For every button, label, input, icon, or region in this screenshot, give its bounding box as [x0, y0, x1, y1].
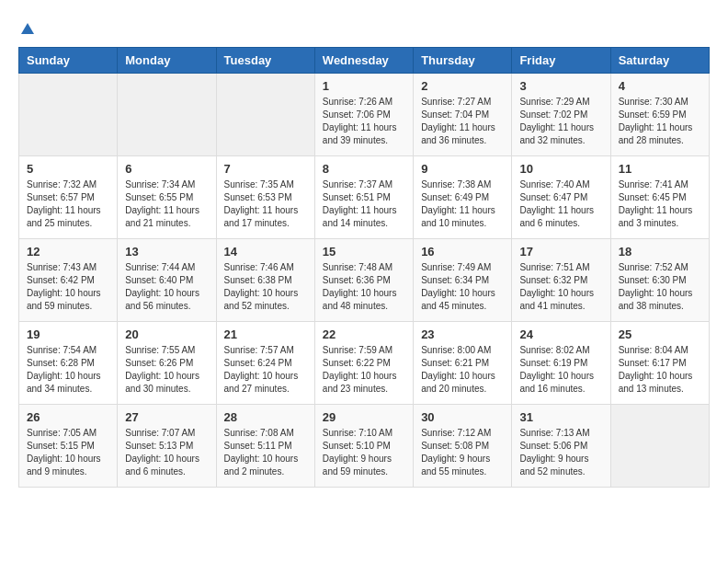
calendar-cell: 9Sunrise: 7:38 AMSunset: 6:49 PMDaylight…: [414, 156, 512, 239]
day-info: Sunrise: 7:05 AMSunset: 5:15 PMDaylight:…: [27, 427, 109, 478]
logo-text: [18, 18, 37, 38]
calendar-week-row: 1Sunrise: 7:26 AMSunset: 7:06 PMDaylight…: [19, 74, 710, 156]
calendar-cell: 2Sunrise: 7:27 AMSunset: 7:04 PMDaylight…: [414, 74, 512, 156]
calendar-cell: 10Sunrise: 7:40 AMSunset: 6:47 PMDayligh…: [512, 156, 610, 239]
calendar-header-saturday: Saturday: [610, 48, 709, 74]
day-number: 18: [619, 245, 701, 259]
calendar-cell: [19, 74, 118, 156]
calendar-table: SundayMondayTuesdayWednesdayThursdayFrid…: [18, 47, 710, 488]
day-number: 1: [323, 79, 405, 93]
calendar-cell: 23Sunrise: 8:00 AMSunset: 6:21 PMDayligh…: [414, 322, 512, 405]
calendar-cell: 26Sunrise: 7:05 AMSunset: 5:15 PMDayligh…: [19, 405, 118, 488]
day-number: 16: [421, 245, 504, 259]
day-number: 27: [125, 410, 208, 424]
calendar-cell: 13Sunrise: 7:44 AMSunset: 6:40 PMDayligh…: [118, 239, 216, 322]
day-number: 3: [519, 79, 602, 93]
day-number: 19: [27, 327, 109, 341]
calendar-header-wednesday: Wednesday: [314, 48, 413, 74]
day-number: 24: [519, 327, 602, 341]
calendar-cell: 15Sunrise: 7:48 AMSunset: 6:36 PMDayligh…: [314, 239, 413, 322]
calendar-cell: [610, 405, 709, 488]
day-info: Sunrise: 7:49 AMSunset: 6:34 PMDaylight:…: [421, 261, 504, 313]
calendar-week-row: 19Sunrise: 7:54 AMSunset: 6:28 PMDayligh…: [19, 322, 710, 405]
day-number: 25: [619, 327, 701, 341]
day-info: Sunrise: 7:26 AMSunset: 7:06 PMDaylight:…: [323, 96, 405, 147]
calendar-header-monday: Monday: [118, 48, 216, 74]
calendar-cell: 18Sunrise: 7:52 AMSunset: 6:30 PMDayligh…: [610, 239, 709, 322]
day-info: Sunrise: 7:34 AMSunset: 6:55 PMDaylight:…: [125, 178, 208, 230]
day-number: 31: [519, 410, 602, 424]
day-number: 26: [27, 410, 109, 424]
calendar-cell: 19Sunrise: 7:54 AMSunset: 6:28 PMDayligh…: [19, 322, 118, 405]
calendar-cell: 22Sunrise: 7:59 AMSunset: 6:22 PMDayligh…: [314, 322, 413, 405]
day-number: 15: [323, 245, 405, 259]
day-info: Sunrise: 7:30 AMSunset: 6:59 PMDaylight:…: [619, 96, 701, 147]
day-number: 30: [421, 410, 504, 424]
calendar-cell: 25Sunrise: 8:04 AMSunset: 6:17 PMDayligh…: [610, 322, 709, 405]
logo: [18, 18, 37, 38]
calendar-cell: 1Sunrise: 7:26 AMSunset: 7:06 PMDaylight…: [314, 74, 413, 156]
day-number: 5: [27, 162, 109, 176]
day-number: 4: [619, 79, 701, 93]
calendar-header-row: SundayMondayTuesdayWednesdayThursdayFrid…: [19, 48, 710, 74]
day-info: Sunrise: 8:02 AMSunset: 6:19 PMDaylight:…: [519, 344, 602, 396]
day-info: Sunrise: 7:27 AMSunset: 7:04 PMDaylight:…: [421, 96, 504, 147]
calendar-cell: 20Sunrise: 7:55 AMSunset: 6:26 PMDayligh…: [118, 322, 216, 405]
calendar-cell: 14Sunrise: 7:46 AMSunset: 6:38 PMDayligh…: [216, 239, 314, 322]
day-info: Sunrise: 7:38 AMSunset: 6:49 PMDaylight:…: [421, 178, 504, 230]
day-info: Sunrise: 7:43 AMSunset: 6:42 PMDaylight:…: [27, 261, 109, 313]
day-number: 20: [125, 327, 208, 341]
calendar-cell: 6Sunrise: 7:34 AMSunset: 6:55 PMDaylight…: [118, 156, 216, 239]
day-number: 6: [125, 162, 208, 176]
day-info: Sunrise: 7:52 AMSunset: 6:30 PMDaylight:…: [619, 261, 701, 313]
day-number: 8: [323, 162, 405, 176]
calendar-cell: 16Sunrise: 7:49 AMSunset: 6:34 PMDayligh…: [414, 239, 512, 322]
calendar-cell: 30Sunrise: 7:12 AMSunset: 5:08 PMDayligh…: [414, 405, 512, 488]
calendar-cell: 24Sunrise: 8:02 AMSunset: 6:19 PMDayligh…: [512, 322, 610, 405]
day-number: 17: [519, 245, 602, 259]
day-number: 2: [421, 79, 504, 93]
day-info: Sunrise: 7:41 AMSunset: 6:45 PMDaylight:…: [619, 178, 701, 230]
logo-icon: [19, 21, 36, 38]
svg-marker-0: [21, 23, 34, 34]
day-number: 22: [323, 327, 405, 341]
day-number: 29: [323, 410, 405, 424]
day-info: Sunrise: 7:07 AMSunset: 5:13 PMDaylight:…: [125, 427, 208, 478]
calendar-cell: [216, 74, 314, 156]
day-info: Sunrise: 7:44 AMSunset: 6:40 PMDaylight:…: [125, 261, 208, 313]
calendar-header-tuesday: Tuesday: [216, 48, 314, 74]
calendar-cell: 29Sunrise: 7:10 AMSunset: 5:10 PMDayligh…: [314, 405, 413, 488]
day-info: Sunrise: 7:55 AMSunset: 6:26 PMDaylight:…: [125, 344, 208, 396]
day-info: Sunrise: 7:29 AMSunset: 7:02 PMDaylight:…: [519, 96, 602, 147]
day-info: Sunrise: 8:00 AMSunset: 6:21 PMDaylight:…: [421, 344, 504, 396]
day-info: Sunrise: 7:57 AMSunset: 6:24 PMDaylight:…: [224, 344, 307, 396]
calendar-cell: 21Sunrise: 7:57 AMSunset: 6:24 PMDayligh…: [216, 322, 314, 405]
day-number: 12: [27, 245, 109, 259]
day-info: Sunrise: 7:32 AMSunset: 6:57 PMDaylight:…: [27, 178, 109, 230]
calendar-cell: 17Sunrise: 7:51 AMSunset: 6:32 PMDayligh…: [512, 239, 610, 322]
day-number: 13: [125, 245, 208, 259]
calendar-week-row: 5Sunrise: 7:32 AMSunset: 6:57 PMDaylight…: [19, 156, 710, 239]
calendar-cell: 8Sunrise: 7:37 AMSunset: 6:51 PMDaylight…: [314, 156, 413, 239]
day-number: 21: [224, 327, 307, 341]
day-info: Sunrise: 7:40 AMSunset: 6:47 PMDaylight:…: [519, 178, 602, 230]
day-number: 11: [619, 162, 701, 176]
day-info: Sunrise: 7:10 AMSunset: 5:10 PMDaylight:…: [323, 427, 405, 478]
day-number: 14: [224, 245, 307, 259]
calendar-header-thursday: Thursday: [414, 48, 512, 74]
calendar-cell: 27Sunrise: 7:07 AMSunset: 5:13 PMDayligh…: [118, 405, 216, 488]
day-info: Sunrise: 7:51 AMSunset: 6:32 PMDaylight:…: [519, 261, 602, 313]
day-info: Sunrise: 7:59 AMSunset: 6:22 PMDaylight:…: [323, 344, 405, 396]
day-info: Sunrise: 7:37 AMSunset: 6:51 PMDaylight:…: [323, 178, 405, 230]
day-number: 28: [224, 410, 307, 424]
day-info: Sunrise: 7:35 AMSunset: 6:53 PMDaylight:…: [224, 178, 307, 230]
calendar-cell: 4Sunrise: 7:30 AMSunset: 6:59 PMDaylight…: [610, 74, 709, 156]
calendar-week-row: 12Sunrise: 7:43 AMSunset: 6:42 PMDayligh…: [19, 239, 710, 322]
calendar-cell: 28Sunrise: 7:08 AMSunset: 5:11 PMDayligh…: [216, 405, 314, 488]
calendar-week-row: 26Sunrise: 7:05 AMSunset: 5:15 PMDayligh…: [19, 405, 710, 488]
calendar-cell: 3Sunrise: 7:29 AMSunset: 7:02 PMDaylight…: [512, 74, 610, 156]
day-number: 23: [421, 327, 504, 341]
calendar-header-sunday: Sunday: [19, 48, 118, 74]
calendar-cell: 7Sunrise: 7:35 AMSunset: 6:53 PMDaylight…: [216, 156, 314, 239]
calendar-cell: 11Sunrise: 7:41 AMSunset: 6:45 PMDayligh…: [610, 156, 709, 239]
